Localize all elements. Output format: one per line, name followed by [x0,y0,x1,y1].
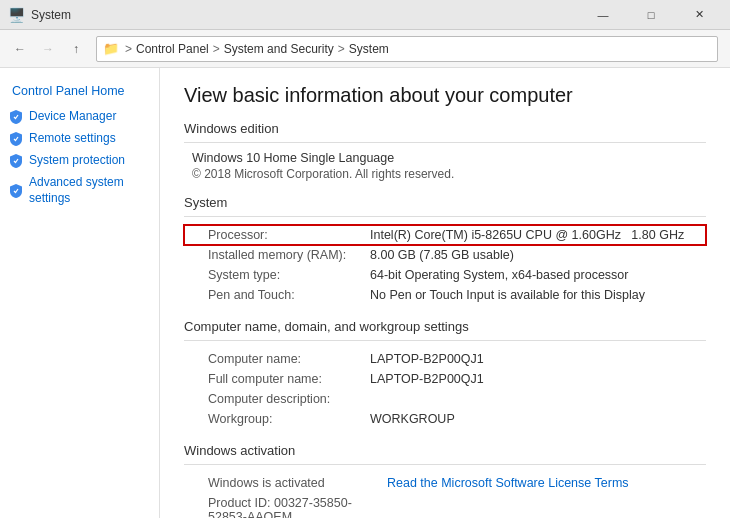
content-area: View basic information about your comput… [160,68,730,518]
sidebar: Control Panel Home Device Manager Remote… [0,68,160,518]
divider-1 [184,142,706,143]
workgroup-label: Workgroup: [184,409,364,429]
maximize-button[interactable]: □ [628,0,674,30]
computer-name-table: Computer name: LAPTOP-B2P00QJ1 Full comp… [184,349,706,429]
ram-row: Installed memory (RAM): 8.00 GB (7.85 GB… [184,245,706,265]
system-info-table: Processor: Intel(R) Core(TM) i5-8265U CP… [184,225,706,305]
workgroup-value: WORKGROUP [364,409,706,429]
minimize-button[interactable]: — [580,0,626,30]
sep-2: > [213,42,220,56]
full-computer-name-row: Full computer name: LAPTOP-B2P00QJ1 [184,369,706,389]
full-computer-name-value: LAPTOP-B2P00QJ1 [364,369,706,389]
page-title: View basic information about your comput… [184,84,706,107]
nav-bar: ← → ↑ 📁 > Control Panel > System and Sec… [0,30,730,68]
forward-button[interactable]: → [36,37,60,61]
system-section-title: System [184,195,706,210]
up-button[interactable]: ↑ [64,37,88,61]
pen-touch-label: Pen and Touch: [184,285,364,305]
product-id-label: Product ID: 00327-35850-52853-AAOEM [208,496,381,518]
sidebar-system-protection-label: System protection [29,153,125,169]
product-id-row: Product ID: 00327-35850-52853-AAOEM [184,493,706,518]
computer-desc-value [364,389,706,409]
shield-icon-1 [8,109,24,125]
window-controls: — □ ✕ [580,0,722,30]
main-container: Control Panel Home Device Manager Remote… [0,68,730,518]
windows-edition-name: Windows 10 Home Single Language [192,151,706,165]
breadcrumb-system: System [349,42,389,56]
sep-1: > [125,42,132,56]
system-section: System Processor: Intel(R) Core(TM) i5-8… [184,195,706,305]
processor-label: Processor: [184,225,364,245]
activation-license-link[interactable]: Read the Microsoft Software License Term… [387,476,629,490]
computer-desc-row: Computer description: [184,389,706,409]
computer-desc-label: Computer description: [184,389,364,409]
ram-label: Installed memory (RAM): [184,245,364,265]
breadcrumb-bar: 📁 > Control Panel > System and Security … [96,36,718,62]
sidebar-item-remote-settings[interactable]: Remote settings [0,128,159,150]
sidebar-device-manager-label: Device Manager [29,109,116,125]
sidebar-home-link[interactable]: Control Panel Home [0,80,159,106]
processor-value: Intel(R) Core(TM) i5-8265U CPU @ 1.60GHz… [364,225,706,245]
windows-edition-section: Windows edition Windows 10 Home Single L… [184,121,706,181]
sep-3: > [338,42,345,56]
computer-name-section: Computer name, domain, and workgroup set… [184,319,706,429]
pen-touch-value: No Pen or Touch Input is available for t… [364,285,706,305]
ram-value: 8.00 GB (7.85 GB usable) [364,245,706,265]
workgroup-row: Workgroup: WORKGROUP [184,409,706,429]
system-type-label: System type: [184,265,364,285]
shield-icon-3 [8,153,24,169]
sidebar-remote-settings-label: Remote settings [29,131,116,147]
divider-4 [184,464,706,465]
system-type-value: 64-bit Operating System, x64-based proce… [364,265,706,285]
window-icon: 🖥️ [8,7,25,23]
windows-edition-block: Windows 10 Home Single Language © 2018 M… [192,151,706,181]
folder-icon: 📁 [103,41,119,56]
system-type-row: System type: 64-bit Operating System, x6… [184,265,706,285]
processor-row: Processor: Intel(R) Core(TM) i5-8265U CP… [184,225,706,245]
computer-name-label: Computer name: [184,349,364,369]
windows-edition-title: Windows edition [184,121,706,136]
sidebar-item-system-protection[interactable]: System protection [0,150,159,172]
title-bar: 🖥️ System — □ ✕ [0,0,730,30]
computer-name-row: Computer name: LAPTOP-B2P00QJ1 [184,349,706,369]
activation-status-label: Windows is activated [208,476,381,490]
sidebar-item-device-manager[interactable]: Device Manager [0,106,159,128]
computer-name-title: Computer name, domain, and workgroup set… [184,319,706,334]
divider-3 [184,340,706,341]
full-computer-name-label: Full computer name: [184,369,364,389]
close-button[interactable]: ✕ [676,0,722,30]
shield-icon-4 [8,183,24,199]
shield-icon-2 [8,131,24,147]
breadcrumb-control-panel[interactable]: Control Panel [136,42,209,56]
pen-touch-row: Pen and Touch: No Pen or Touch Input is … [184,285,706,305]
windows-copyright: © 2018 Microsoft Corporation. All rights… [192,167,706,181]
divider-2 [184,216,706,217]
window-title: System [31,8,71,22]
activation-section: Windows activation Windows is activated … [184,443,706,518]
back-button[interactable]: ← [8,37,32,61]
activation-title: Windows activation [184,443,706,458]
sidebar-advanced-settings-label: Advanced system settings [29,175,151,206]
sidebar-item-advanced-settings[interactable]: Advanced system settings [0,172,159,209]
activation-status-row: Windows is activated Read the Microsoft … [184,473,706,493]
breadcrumb-system-security[interactable]: System and Security [224,42,334,56]
computer-name-value: LAPTOP-B2P00QJ1 [364,349,706,369]
